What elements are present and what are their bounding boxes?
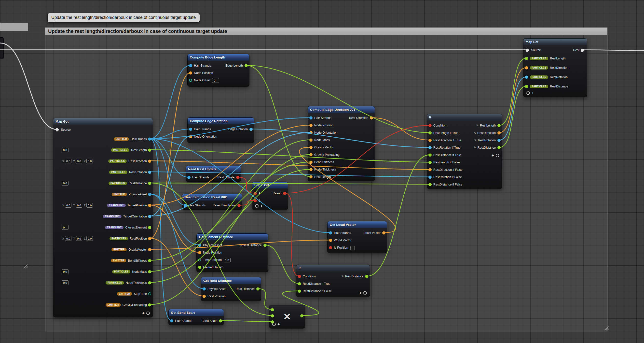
exec-input-pin[interactable] <box>56 128 59 131</box>
rest-distance-pin[interactable] <box>256 287 260 291</box>
comment-resize-handle[interactable] <box>604 325 609 331</box>
node-thickness-pin[interactable] <box>309 168 312 171</box>
restlength-if-false-pin[interactable] <box>428 161 432 164</box>
edge-length-pin[interactable] <box>244 64 248 67</box>
nodemass-pin[interactable] <box>148 270 151 273</box>
b-pin[interactable] <box>254 199 257 202</box>
restlength-pin[interactable] <box>525 57 528 60</box>
resize-handle[interactable] <box>22 263 28 269</box>
node-compute-edge-rotation[interactable]: Compute Edge RotationHair StrandsNode Or… <box>187 117 254 143</box>
restposition-pin[interactable] <box>148 237 151 240</box>
add-pin-button[interactable]: + <box>255 204 263 208</box>
node-header[interactable]: Map Get <box>53 118 153 125</box>
node-get-element-distance[interactable]: Get Element DistancePhysics AssetNode Po… <box>196 233 268 272</box>
value-input[interactable]: 0.0 <box>86 236 93 241</box>
restdistance-if-false-pin[interactable] <box>428 183 432 186</box>
restdirection-pin[interactable] <box>498 131 500 135</box>
gravitypreloading-pin[interactable] <box>148 303 151 306</box>
restdistance-if-false-pin[interactable] <box>298 290 301 293</box>
restrotation-pin[interactable] <box>148 171 151 174</box>
checkbox[interactable] <box>350 246 354 250</box>
edge-rotation-pin[interactable] <box>250 128 253 131</box>
value-input[interactable]: 0.0 <box>65 236 72 241</box>
node-mass-pin[interactable] <box>309 139 312 142</box>
node-header[interactable]: If <box>296 265 370 271</box>
restdistance-if-true-pin[interactable] <box>298 282 301 285</box>
restdistance-pin[interactable] <box>365 275 368 278</box>
node-offset-pin[interactable] <box>189 79 192 82</box>
value-input[interactable]: 0.0 <box>86 159 93 163</box>
node-header[interactable]: Compute Edge Direction 001 <box>308 106 375 113</box>
node-logic-or[interactable]: Logic ORABResult+ <box>252 182 288 210</box>
exec-output-pin[interactable] <box>581 49 584 52</box>
gravity-vector-pin[interactable] <box>309 146 312 149</box>
value-input[interactable]: 0.0 <box>76 159 82 163</box>
add-pin-button[interactable]: + <box>492 153 499 158</box>
node-get-rest-distance[interactable]: Get Rest DistancePhysics AssetRest Posit… <box>201 277 261 301</box>
restdirection-if-false-pin[interactable] <box>428 168 432 172</box>
value-input[interactable]: 0.0 <box>65 203 72 208</box>
node-map-set[interactable]: Map SetSourceDestPARTICLESRestLengthPART… <box>523 38 587 97</box>
restrotation-pin[interactable] <box>498 139 500 142</box>
closest-distance-pin[interactable] <box>264 244 267 247</box>
node-get-local-vector[interactable]: Get Local VectorHair StrandsWorld Vector… <box>327 221 387 253</box>
restrotation-pin[interactable] <box>525 76 528 79</box>
result-pin[interactable] <box>283 192 286 195</box>
restdistance-pin[interactable] <box>498 146 500 149</box>
exec-input-pin[interactable] <box>526 49 529 52</box>
node-header[interactable]: Get Bend Scale <box>169 309 224 316</box>
node-header[interactable]: Get Rest Distance <box>201 277 261 284</box>
rest-position-pin[interactable] <box>202 295 206 298</box>
value-input[interactable]: 0 <box>212 78 219 83</box>
add-pin-button[interactable]: + <box>359 291 367 295</box>
node-header[interactable]: Compute Edge Length <box>188 54 249 61</box>
node-if-002[interactable]: IfConditionRestDistance if TrueRestDista… <box>296 265 370 297</box>
time-fraction-pin[interactable] <box>198 258 201 261</box>
value-input[interactable]: 0.0 <box>76 203 82 208</box>
rest-update-pin[interactable] <box>236 176 240 179</box>
rest-length-pin[interactable] <box>309 175 312 179</box>
node-header[interactable]: Map Set <box>524 39 587 45</box>
node-position-pin[interactable] <box>198 251 201 254</box>
node-map-get[interactable]: Map GetSourceEMITTERHairStrands0.0PARTIC… <box>53 118 153 317</box>
targetorientation-pin[interactable] <box>148 215 151 218</box>
node-header[interactable]: Logic OR <box>252 182 288 188</box>
bendstiffness-pin[interactable] <box>148 259 151 262</box>
node-header[interactable]: Need Rest Update <box>186 166 241 172</box>
is-position-pin[interactable] <box>329 246 332 249</box>
add-pin-button[interactable]: + <box>526 91 534 95</box>
node-header[interactable]: Get Local Vector <box>328 221 387 228</box>
nodethickness-pin[interactable] <box>148 281 151 284</box>
value-input[interactable]: 0.0 <box>86 203 93 208</box>
restlength-pin[interactable] <box>498 124 500 127</box>
node-header[interactable]: Compute Edge Rotation <box>188 118 254 124</box>
node-multiply[interactable]: ✕+ <box>269 305 305 328</box>
targetposition-pin[interactable] <box>148 204 151 207</box>
add-pin-button[interactable]: + <box>142 311 150 315</box>
restdistance-if-true-pin[interactable] <box>428 154 432 157</box>
element-index-pin[interactable] <box>198 266 201 269</box>
node-need-simulation-reset-002[interactable]: Need Simulation Reset 002Hair StrandsRes… <box>182 194 242 210</box>
restdirection-pin[interactable] <box>148 159 151 163</box>
bend-stiffness-pin[interactable] <box>309 161 312 164</box>
value-input[interactable]: 0.0 <box>65 159 72 163</box>
steptime-pin[interactable] <box>148 292 151 295</box>
node-compute-edge-direction-001[interactable]: Compute Edge Direction 001Hair StrandsNo… <box>308 106 375 181</box>
value-input[interactable]: 0.0 <box>62 280 68 285</box>
node-position-pin[interactable] <box>309 124 312 127</box>
reset-simulation-pin[interactable] <box>238 204 240 207</box>
gravityvector-pin[interactable] <box>148 248 151 251</box>
value-input[interactable]: 0.0 <box>62 148 68 152</box>
node-header[interactable]: Need Simulation Reset 002 <box>182 194 242 200</box>
graph-canvas[interactable]: Update the rest length/direction/darboux… <box>0 0 644 343</box>
node-if-001[interactable]: IfConditionRestLength if TrueRestDirecti… <box>427 114 502 189</box>
node-orientation-pin[interactable] <box>189 135 192 138</box>
rest-direction-pin[interactable] <box>370 117 373 120</box>
restdistance-pin[interactable] <box>525 85 528 88</box>
gravity-preloading-pin[interactable] <box>309 153 312 157</box>
value-input[interactable]: 0 <box>62 225 68 230</box>
value-input[interactable]: 0.0 <box>62 269 68 274</box>
local-vector-pin[interactable] <box>382 231 386 235</box>
hairstrands-pin[interactable] <box>148 137 151 141</box>
add-pin-button[interactable]: + <box>272 322 280 326</box>
